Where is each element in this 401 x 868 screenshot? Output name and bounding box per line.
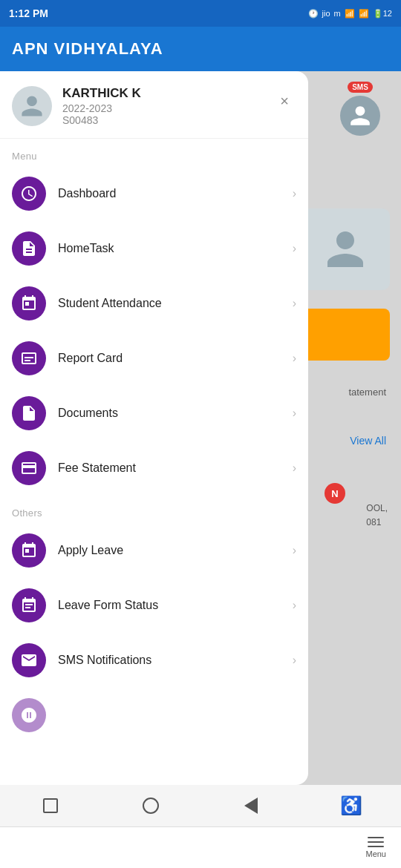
status-bar: 1:12 PM 🕐 jio m 📶 📶 🔋12: [0, 0, 401, 27]
leave-form-status-icon-circle: [12, 588, 46, 622]
apply-leave-chevron: ›: [293, 544, 296, 557]
apply-leave-icon: [20, 542, 38, 559]
jio-icon: jio: [322, 9, 330, 18]
nav-back-button[interactable]: [238, 792, 264, 819]
hamburger-icon: [368, 837, 384, 847]
menu-item-documents[interactable]: Documents ›: [0, 386, 308, 441]
report-card-label: Report Card: [58, 352, 293, 365]
user-details: KARTHICK K 2022-2023 S00483: [62, 86, 141, 126]
status-time: 1:12 PM: [9, 7, 48, 19]
drawer-header: KARTHICK K 2022-2023 S00483 ×: [0, 71, 308, 139]
battery-icon: 🔋12: [373, 9, 392, 19]
fee-statement-chevron: ›: [293, 461, 296, 475]
leave-form-status-label: Leave Form Status: [58, 599, 293, 612]
documents-icon-circle: [12, 396, 46, 430]
user-info: KARTHICK K 2022-2023 S00483: [12, 86, 141, 126]
accessibility-icon: ♿: [340, 795, 362, 816]
alarm-icon: 🕐: [308, 9, 319, 19]
email-icon: [20, 651, 38, 669]
file-icon: [20, 240, 38, 257]
bluetooth-icon: 📶: [345, 9, 355, 19]
menu-item-sms-notifications[interactable]: SMS Notifications ›: [0, 633, 308, 688]
documents-label: Documents: [58, 407, 293, 420]
bottom-menu-button[interactable]: Menu: [365, 837, 386, 858]
menu-item-apply-leave[interactable]: Apply Leave ›: [0, 523, 308, 578]
nav-accessibility-button[interactable]: ♿: [338, 792, 365, 819]
sms-notifications-chevron: ›: [293, 654, 296, 667]
system-nav-bar: ♿: [0, 785, 401, 826]
calendar-icon: [20, 295, 38, 312]
bottom-menu-label: Menu: [365, 849, 386, 858]
close-icon: ×: [280, 93, 289, 108]
dashboard-chevron: ›: [293, 187, 296, 200]
report-card-icon-circle: [12, 341, 46, 375]
circle-icon: [143, 798, 159, 814]
attendance-chevron: ›: [293, 297, 296, 310]
app-bar: APN VIDHYALAYA: [0, 27, 401, 71]
bottom-nav-bar: Menu: [0, 826, 401, 868]
m-icon: m: [334, 9, 341, 18]
menu-item-partial: [0, 688, 308, 743]
report-card-chevron: ›: [293, 352, 296, 365]
leave-form-icon: [20, 596, 38, 614]
dashboard-icon-circle: [12, 177, 46, 211]
apply-leave-icon-circle: [12, 533, 46, 568]
menu-item-leave-form-status[interactable]: Leave Form Status ›: [0, 578, 308, 633]
clock-icon: [20, 185, 38, 203]
attendance-label: Student Attendance: [58, 297, 293, 310]
documents-icon: [20, 404, 38, 422]
menu-section-label: Menu: [0, 139, 308, 166]
square-icon: [43, 798, 58, 813]
menu-item-report-card[interactable]: Report Card ›: [0, 331, 308, 386]
nav-home-button[interactable]: [137, 792, 164, 819]
status-icons: 🕐 jio m 📶 📶 🔋12: [308, 9, 392, 19]
dashboard-label: Dashboard: [58, 187, 293, 200]
user-name: KARTHICK K: [62, 86, 141, 101]
hometask-chevron: ›: [293, 242, 296, 255]
app-title: APN VIDHYALAYA: [12, 39, 163, 59]
menu-item-student-attendance[interactable]: Student Attendance ›: [0, 276, 308, 331]
sms-notifications-label: SMS Notifications: [58, 654, 293, 667]
wallet-icon: [20, 459, 38, 477]
drawer-overlay: KARTHICK K 2022-2023 S00483 × Menu Dashb…: [0, 71, 401, 785]
nav-square-button[interactable]: [37, 792, 64, 819]
others-section-label: Others: [0, 496, 308, 523]
attendance-icon-circle: [12, 286, 46, 320]
side-drawer: KARTHICK K 2022-2023 S00483 × Menu Dashb…: [0, 71, 308, 785]
leave-form-status-chevron: ›: [293, 599, 296, 612]
back-icon: [244, 798, 258, 814]
apply-leave-label: Apply Leave: [58, 544, 293, 557]
menu-item-fee-statement[interactable]: Fee Statement ›: [0, 441, 308, 496]
partial-icon: [20, 706, 38, 724]
wifi-icon: 📶: [359, 9, 369, 19]
sms-notifications-icon-circle: [12, 643, 46, 677]
avatar: [12, 86, 52, 126]
documents-chevron: ›: [293, 407, 296, 420]
close-button[interactable]: ×: [273, 89, 296, 113]
menu-item-hometask[interactable]: HomeTask ›: [0, 221, 308, 276]
hometask-icon-circle: [12, 231, 46, 266]
hometask-label: HomeTask: [58, 242, 293, 255]
fee-statement-icon-circle: [12, 451, 46, 485]
menu-item-dashboard[interactable]: Dashboard ›: [0, 166, 308, 221]
fee-statement-label: Fee Statement: [58, 461, 293, 475]
user-id: S00483: [62, 114, 141, 126]
partial-icon-circle: [12, 698, 46, 732]
report-card-icon: [20, 349, 38, 367]
user-year: 2022-2023: [62, 102, 141, 114]
